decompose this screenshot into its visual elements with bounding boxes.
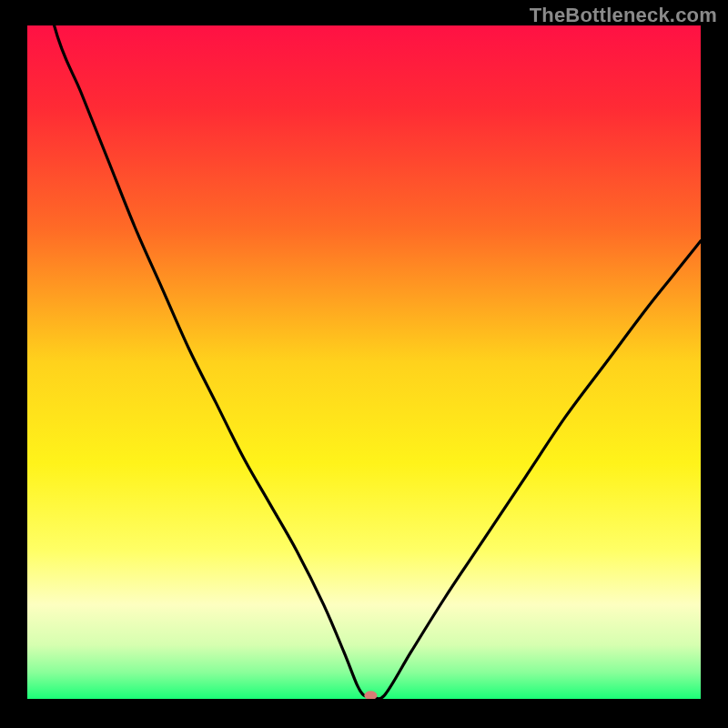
- watermark-text: TheBottleneck.com: [530, 4, 717, 27]
- chart-svg: [0, 0, 728, 728]
- chart-container: TheBottleneck.com: [0, 0, 728, 728]
- optimal-marker: [364, 691, 377, 700]
- plot-area: [27, 25, 701, 699]
